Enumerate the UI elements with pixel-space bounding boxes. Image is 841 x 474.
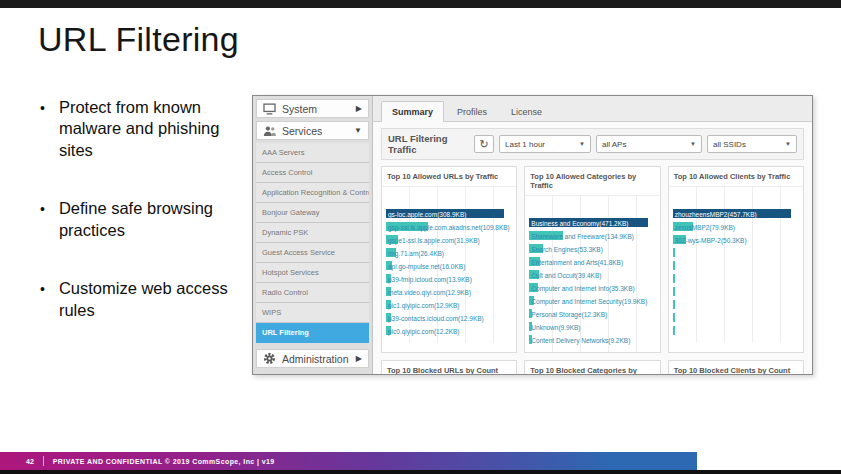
chart-card-body: Business and Economy(471.2KB)Shareware a…	[525, 196, 659, 352]
bar-label: meta.video.qiyi.com(12.9KB)	[388, 289, 471, 296]
bar-fill	[673, 248, 675, 257]
sidebar-section-administration[interactable]: Administration ▶	[256, 349, 369, 368]
chart-card-body: zhouzheensMBP2(457.7KB)zexusMBP2(79.9KB)…	[669, 187, 803, 343]
chart-card-body: gs-loc.apple.com(308.9KB)gsp-ssl.ls.appl…	[382, 187, 516, 343]
filter-select-last-1-hour[interactable]: Last 1 hour▼	[499, 135, 591, 153]
chart-card-top-10-blocked-categories-by-count: Top 10 Blocked Categories by Count	[524, 360, 660, 375]
bar-fill	[673, 274, 675, 283]
bar-label: Unknown(9.9KB)	[531, 324, 580, 331]
filter-select-all-ssids[interactable]: all SSIDs▼	[707, 135, 797, 153]
chevron-down-icon: ▼	[773, 141, 791, 147]
bar-row: pic1.qiyipic.com(12.9KB)	[386, 298, 504, 311]
bar-label: img.71.am(26.4KB)	[388, 250, 444, 257]
bar-row: Entertainment and Arts(41.8KB)	[529, 255, 647, 268]
sidebar-item-access-control[interactable]: Access Control	[256, 163, 369, 183]
sidebar-item-wips[interactable]: WIPS	[256, 303, 369, 323]
chart-card-top-10-blocked-clients-by-count: Top 10 Blocked Clients by Count	[668, 360, 804, 375]
select-value: Last 1 hour	[505, 140, 545, 149]
tab-profiles[interactable]: Profiles	[446, 101, 498, 121]
sidebar-item-application-recognition-control[interactable]: Application Recognition & Control	[256, 183, 369, 203]
sidebar-section-label: System	[282, 103, 317, 115]
bar-label: Business and Economy(471.2KB)	[531, 220, 628, 227]
commscope-logo: COMMSCOPE®	[742, 455, 829, 467]
bar-label: p39-contacts.icloud.com(12.9KB)	[388, 315, 484, 322]
bullet-text: Define safe browsing practices	[59, 198, 255, 241]
logo-block: COMMSCOPE®	[697, 452, 841, 470]
bar-label: Shareware and Freeware(134.9KB)	[531, 233, 634, 240]
slide-bottom-strip	[0, 470, 841, 474]
chevron-right-icon: ▶	[356, 104, 362, 113]
chart-card-top-10-allowed-urls-by-traffic: Top 10 Allowed URLs by Trafficgs-loc.app…	[381, 166, 517, 353]
gear-icon	[263, 352, 277, 365]
sidebar-item-guest-access-service[interactable]: Guest Access Service	[256, 243, 369, 263]
sidebar-item-dynamic-psk[interactable]: Dynamic PSK	[256, 223, 369, 243]
bullet-item: Customize web access rules	[40, 278, 255, 321]
bar-row: Cult and Occult(39.4KB)	[529, 268, 647, 281]
bullet-text: Protect from known malware and phishing …	[59, 97, 255, 161]
refresh-button[interactable]: ↻	[474, 135, 494, 153]
sidebar-item-bonjour-gateway[interactable]: Bonjour Gateway	[256, 203, 369, 223]
bar-row	[673, 246, 791, 259]
sidebar-item-url-filtering[interactable]: URL Filtering	[256, 323, 369, 343]
bar-row	[673, 311, 791, 324]
footer-divider	[43, 456, 44, 466]
chart-card-title: Top 10 Blocked Categories by Count	[525, 361, 659, 375]
bar-fill	[673, 313, 675, 322]
bar-label: Search Engines(53.3KB)	[531, 246, 603, 253]
bar-row: Computer and Internet Info(35.3KB)	[529, 281, 647, 294]
bar-label: p39-fmip.icloud.com(13.9KB)	[388, 276, 472, 283]
chart-card-title: Top 10 Blocked URLs by Count	[382, 361, 516, 375]
charts-row-blocked: Top 10 Blocked URLs by CountTop 10 Block…	[373, 360, 812, 375]
sidebar-item-aaa-servers[interactable]: AAA Servers	[256, 143, 369, 163]
bar-fill	[673, 261, 675, 270]
bar-fill	[673, 300, 675, 309]
bullet-list: Protect from known malware and phishing …	[40, 97, 255, 358]
section-title: URL Filtering Traffic	[388, 133, 474, 155]
bar-label: Personal Storage(12.3KB)	[531, 311, 607, 318]
sidebar-section-label: Administration	[282, 353, 349, 365]
sidebar-section-system[interactable]: System ▶	[256, 99, 369, 118]
chart-card-title: Top 10 Allowed Clients by Traffic	[669, 167, 803, 187]
bar-row: Content Delivery Networks(9.2KB)	[529, 333, 647, 346]
sidebar: System ▶ Services ▼ AAA ServersAccess Co…	[253, 96, 373, 374]
bar-row: Shareware and Freeware(134.9KB)	[529, 229, 647, 242]
sidebar-section-label: Services	[282, 125, 322, 137]
filter-select-all-aps[interactable]: all APs▼	[596, 135, 702, 153]
bar-row	[673, 298, 791, 311]
slide-top-bar	[0, 0, 841, 8]
bar-label: api.go-mpulse.net(16.0KB)	[388, 263, 465, 270]
bar-label: Computer and Internet Security(19.9KB)	[531, 298, 647, 305]
chart-card-title: Top 10 Allowed URLs by Traffic	[382, 167, 516, 187]
select-value: all SSIDs	[713, 140, 746, 149]
bar-row	[673, 272, 791, 285]
embedded-screenshot: System ▶ Services ▼ AAA ServersAccess Co…	[252, 95, 813, 375]
tab-license[interactable]: License	[500, 101, 553, 121]
services-items: AAA ServersAccess ControlApplication Rec…	[256, 143, 369, 343]
bar-label: gsp-ssl.ls.apple.com.akadns.net(109.8KB)	[388, 224, 510, 231]
page-number: 42	[26, 458, 34, 465]
bar-row: Computer and Internet Security(19.9KB)	[529, 294, 647, 307]
page-title: URL Filtering	[38, 20, 239, 59]
bullet-item: Define safe browsing practices	[40, 198, 255, 241]
bar-label: Entertainment and Arts(41.8KB)	[531, 259, 623, 266]
bar-row: gspe1-ssl.ls.apple.com(31.9KB)	[386, 233, 504, 246]
main-panel: SummaryProfilesLicense URL Filtering Tra…	[373, 96, 812, 374]
bar-label: Content Delivery Networks(9.2KB)	[531, 337, 630, 344]
bar-row	[673, 324, 791, 337]
tab-summary[interactable]: Summary	[381, 101, 444, 122]
bar-row: gs-loc.apple.com(308.9KB)	[386, 207, 504, 220]
bar-row: p39-fmip.icloud.com(13.9KB)	[386, 272, 504, 285]
sidebar-item-radio-control[interactable]: Radio Control	[256, 283, 369, 303]
monitor-icon	[263, 103, 277, 115]
bar-row: p39-contacts.icloud.com(12.9KB)	[386, 311, 504, 324]
sidebar-section-services[interactable]: Services ▼	[256, 121, 369, 140]
bar-label: Computer and Internet Info(35.3KB)	[531, 285, 634, 292]
chart-card-title: Top 10 Allowed Categories by Traffic	[525, 167, 659, 196]
bar-row: img.71.am(26.4KB)	[386, 246, 504, 259]
sidebar-item-hotspot-services[interactable]: Hotspot Services	[256, 263, 369, 283]
bar-row: zhouzheensMBP2(457.7KB)	[673, 207, 791, 220]
chevron-down-icon: ▼	[567, 141, 585, 147]
bar-row: pic0.qiyipic.com(12.2KB)	[386, 324, 504, 337]
bar-row: gsp-ssl.ls.apple.com.akadns.net(109.8KB)	[386, 220, 504, 233]
chevron-down-icon: ▼	[678, 141, 696, 147]
